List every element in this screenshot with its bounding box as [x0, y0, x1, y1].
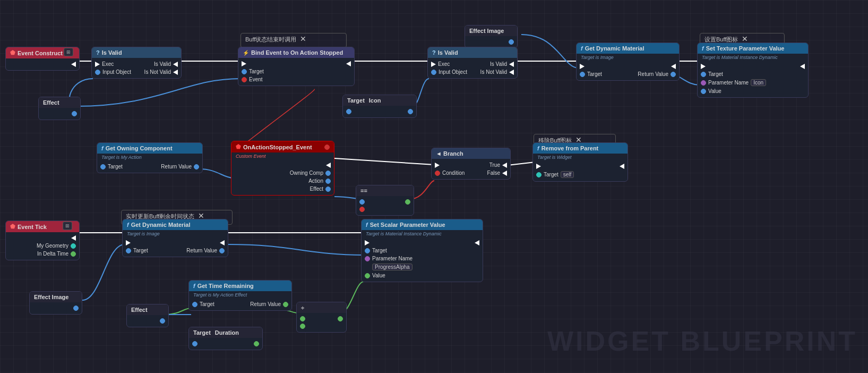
icon-label: Icon	[369, 97, 381, 104]
pin-b	[359, 207, 365, 212]
node-header: Target Icon	[343, 95, 416, 106]
node-target-duration[interactable]: Target Duration	[188, 327, 263, 350]
pin-target	[242, 69, 247, 74]
node-equals[interactable]: ==	[356, 185, 414, 216]
pin-delta-time	[71, 251, 76, 257]
duration-label: Duration	[215, 329, 239, 336]
pin-in	[192, 341, 197, 346]
pin-result	[405, 199, 410, 205]
comment-label: Buff状态结束时调用	[245, 36, 296, 43]
node-set-scalar-param[interactable]: f Set Scalar Parameter Value Target is M…	[361, 219, 483, 282]
node-effect-image-bottom[interactable]: Effect Image	[29, 291, 82, 315]
watermark: WIDGET BLUEPRINT	[547, 325, 857, 357]
pin-exec-out	[71, 62, 76, 67]
node-subtitle: Custom Event	[231, 153, 334, 159]
node-header: ⬟ OnActionStopped_Event	[231, 141, 334, 152]
pin-target	[580, 72, 585, 77]
pin-isvalid-out	[173, 62, 178, 67]
node-title: Effect	[131, 307, 148, 313]
pin-target	[365, 248, 370, 253]
node-title: Event Construct	[18, 50, 63, 56]
node-subtitle: Target is Image	[123, 231, 228, 237]
node-title: Is Valid	[102, 49, 122, 56]
node-title: Effect Image	[34, 294, 68, 300]
pin-return	[219, 248, 225, 253]
pin-target	[701, 72, 706, 77]
node-target-icon[interactable]: Target Icon	[342, 95, 417, 118]
node-get-dynamic-material-1[interactable]: f Get Dynamic Material Target is Image	[576, 43, 680, 81]
node-effect-image-top[interactable]: Effect Image	[465, 25, 518, 48]
node-header: f Get Dynamic Material	[123, 219, 228, 230]
node-get-time-remaining[interactable]: f Get Time Remaining Target is My Action…	[188, 280, 292, 311]
comment-label-4: 设置Buff图标	[704, 36, 738, 43]
pin-a	[300, 316, 305, 321]
pin-b	[300, 324, 305, 329]
pin-exec-out	[800, 64, 805, 69]
node-on-action-stopped[interactable]: ⬟ OnActionStopped_Event Custom Event Own…	[231, 141, 334, 196]
node-title: Event Tick	[18, 224, 47, 230]
node-remove-from-parent[interactable]: f Remove from Parent Target is Widget T	[532, 142, 628, 182]
pin-exec-in	[536, 164, 541, 169]
pin-notvalid-out	[173, 70, 178, 75]
node-title: Remove from Parent	[542, 145, 599, 151]
pin-exec-in	[126, 240, 131, 245]
node-divide[interactable]: ÷	[296, 302, 347, 333]
node-is-valid-2[interactable]: ? Is Valid Exec Is Valid	[427, 47, 518, 79]
pin-in	[346, 109, 351, 114]
pin-exec-out	[671, 64, 676, 69]
node-subtitle: Target is Material Instance Dynamic	[698, 54, 808, 61]
node-title: Target	[347, 97, 365, 104]
pin-condition	[435, 171, 440, 176]
pin-exec-out	[620, 164, 624, 169]
pin-notvalid-out	[509, 70, 514, 75]
node-header: ◄ Branch	[432, 148, 510, 159]
pin-exec-out	[326, 163, 331, 168]
node-header: ÷	[297, 302, 346, 313]
pin-red-dot	[324, 145, 330, 150]
pin-target	[536, 172, 542, 177]
node-header: f Set Texture Parameter Value	[698, 43, 808, 54]
pin-geometry	[71, 243, 76, 249]
pin-exec-out	[346, 61, 351, 66]
node-is-valid-1[interactable]: ? Is Valid Exec Is Valid	[91, 47, 182, 79]
pin-exec-in	[95, 62, 100, 67]
pin-exec-in	[242, 61, 246, 66]
node-title: Is Valid	[438, 49, 458, 56]
node-header: f Remove from Parent	[533, 143, 628, 154]
node-title: Set Scalar Parameter Value	[370, 222, 445, 228]
node-title: Target	[193, 329, 211, 336]
node-subtitle: Target is Material Instance Dynamic	[362, 231, 483, 237]
node-bind-event[interactable]: ⚡ Bind Event to On Action Stopped Target	[238, 47, 355, 86]
node-subtitle: Target is Image	[577, 54, 679, 61]
node-header: ? Is Valid	[428, 47, 517, 58]
node-set-texture-param[interactable]: f Set Texture Parameter Value Target is …	[697, 43, 809, 98]
pin-isvalid-out	[509, 62, 514, 67]
node-header: Target Duration	[189, 327, 262, 338]
node-effect-top[interactable]: Effect	[38, 97, 81, 120]
node-subtitle: Target is Widget	[533, 154, 628, 160]
pin-effect	[325, 186, 331, 192]
pin-exec-in	[701, 64, 706, 69]
pin-exec-out	[475, 240, 479, 245]
node-header: ? Is Valid	[92, 47, 181, 58]
pin-target	[192, 302, 197, 307]
pin-value	[365, 273, 370, 278]
node-title: Bind Event to On Action Stopped	[251, 49, 343, 56]
pin-out	[509, 39, 514, 45]
node-get-owning-component[interactable]: f Get Owning Component Target is My Acti…	[97, 142, 203, 173]
pin-out	[408, 109, 413, 114]
pin-return	[194, 164, 199, 169]
node-header: ==	[356, 185, 414, 196]
pin-out	[73, 306, 79, 311]
node-effect-bottom[interactable]: Effect	[126, 304, 169, 327]
node-title: Get Dynamic Material	[131, 222, 191, 228]
node-header: f Set Scalar Parameter Value	[362, 219, 483, 230]
node-header: f Get Dynamic Material	[577, 43, 679, 54]
node-get-dynamic-material-2[interactable]: f Get Dynamic Material Target is Image	[122, 219, 228, 257]
node-title: ◄ Branch	[436, 150, 463, 157]
pin-input-obj	[95, 70, 100, 75]
node-branch[interactable]: ◄ Branch True Condition	[431, 148, 511, 180]
node-title: Get Dynamic Material	[585, 45, 644, 52]
node-subtitle: Target is My Action	[97, 154, 202, 160]
pin-exec-in	[580, 64, 585, 69]
